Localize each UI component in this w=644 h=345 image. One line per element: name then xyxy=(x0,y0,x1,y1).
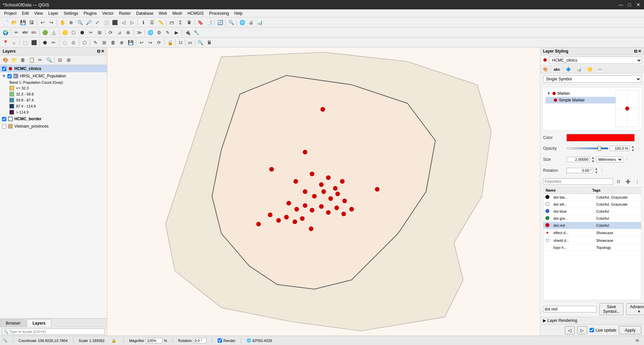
annotate5-btn[interactable]: 💾 xyxy=(126,39,135,47)
select-button[interactable]: ☰ xyxy=(148,18,156,26)
rotation-status-input[interactable] xyxy=(193,338,207,343)
size-spin-down[interactable]: ▼ xyxy=(591,159,595,163)
menu-item-hcmgis[interactable]: HCMGIS xyxy=(185,10,206,16)
sym-item-dot-green[interactable]: dot gre... Colorful xyxy=(543,215,641,222)
show-bookmarks-button[interactable]: 📑 xyxy=(205,18,213,26)
offset-btn[interactable]: ⊿ xyxy=(115,28,123,37)
styling-close-btn[interactable]: ✕ xyxy=(638,49,641,54)
field-calculator-button[interactable]: 🖩 xyxy=(185,18,193,26)
sym-item-dot-white[interactable]: dot wh... Colorful, Grayscale xyxy=(543,201,641,208)
style-tab-more[interactable]: ⋯ xyxy=(595,66,605,73)
sym-item-dot-red[interactable]: dot red Colorful xyxy=(543,222,641,229)
symbol-name-input[interactable] xyxy=(543,306,597,313)
apply-button[interactable]: Apply xyxy=(619,326,641,334)
annotate3-btn[interactable]: 🗑 xyxy=(109,39,117,47)
reports-button[interactable]: 📊 xyxy=(256,18,264,26)
abc2-btn[interactable]: abc xyxy=(30,28,38,37)
select-radius-btn[interactable]: ◌ xyxy=(61,39,69,47)
add-layer2-btn[interactable]: △ xyxy=(50,28,58,37)
map-area[interactable] xyxy=(107,48,540,336)
select-distance-btn[interactable]: ⊙ xyxy=(69,39,77,47)
sym-item-dot-black[interactable]: dot bla... Colorful, Grayscale xyxy=(543,194,641,201)
tab-browser[interactable]: Browser xyxy=(0,319,26,327)
plugin2-btn[interactable]: 🔧 xyxy=(192,28,200,37)
opacity-options-btn[interactable]: ⋮ xyxy=(636,144,641,152)
collapse-all-btn[interactable]: ⊟ xyxy=(56,56,64,64)
new-project-button[interactable]: 📄 xyxy=(1,18,9,26)
menu-item-vector[interactable]: Vector xyxy=(100,10,116,16)
menu-item-web[interactable]: Web xyxy=(156,10,169,16)
opacity-input[interactable] xyxy=(610,146,630,151)
select-freehand-btn[interactable]: ✏ xyxy=(50,39,58,47)
symbol-search-input[interactable] xyxy=(543,178,613,185)
digitize-btn[interactable]: ✏ xyxy=(12,28,20,37)
size-input[interactable] xyxy=(567,157,590,162)
geoprocessing-btn[interactable]: 🌐 xyxy=(146,28,154,37)
zoom-full-button[interactable]: ⤢ xyxy=(93,18,101,26)
plugin-btn[interactable]: 🔌 xyxy=(183,28,192,37)
menu-item-layer[interactable]: Layer xyxy=(46,10,61,16)
processing4-btn[interactable]: ▶ xyxy=(172,28,180,37)
node-tool-btn[interactable]: ⬡ xyxy=(80,39,89,47)
reshape-btn[interactable]: ⬢ xyxy=(78,28,86,37)
zoom-next-button[interactable]: ▷ xyxy=(128,18,136,26)
advanced-button[interactable]: Advanced ▾ xyxy=(626,303,644,315)
layers-collapse-btn[interactable]: ⊟ xyxy=(97,49,100,54)
deselect-btn[interactable]: ⬚ xyxy=(21,39,29,47)
menu-item-help[interactable]: Help xyxy=(232,10,246,16)
style-back-button[interactable]: ◁ xyxy=(565,326,575,334)
layer-item-hcmc-clinics[interactable]: HCMC_clinics xyxy=(0,65,107,72)
live-update-checkbox[interactable] xyxy=(590,328,594,332)
toggle-editing-btn[interactable]: ✏ xyxy=(36,56,44,64)
zoom-out-button[interactable]: 🔎 xyxy=(85,18,93,26)
copy-move-btn[interactable]: ⊕ xyxy=(124,28,132,37)
style-tab-3d[interactable]: 🔷 xyxy=(563,66,574,73)
undo-button[interactable]: ↩ xyxy=(39,18,47,26)
zoom-previous-button[interactable]: ◁ xyxy=(119,18,127,26)
select-expression-btn[interactable]: ⌕ xyxy=(10,39,18,47)
remove-layer-btn[interactable]: 🗑 xyxy=(19,56,27,64)
save-as-button[interactable]: 🖫 xyxy=(28,18,36,26)
help-highlight-btn[interactable]: 🔍 xyxy=(197,39,205,47)
menu-item-database[interactable]: Database xyxy=(133,10,156,16)
zoom-in-button[interactable]: 🔍 xyxy=(76,18,84,26)
size-options-btn[interactable]: ⋮ xyxy=(624,155,630,163)
sym-item-topo-h[interactable]: topo h... Topology xyxy=(543,245,641,251)
style-tab-abc[interactable]: abc xyxy=(551,66,563,73)
merge-btn[interactable]: ⊞ xyxy=(96,28,104,37)
open-attribute-table-btn[interactable]: 📋 xyxy=(28,56,36,64)
size-unit-select[interactable]: Millimeters xyxy=(596,156,623,162)
style-tab-mask[interactable]: 🟡 xyxy=(585,66,595,73)
field-calc2-btn[interactable]: 🖩 xyxy=(205,39,213,47)
layer-checkbox-vietnam[interactable] xyxy=(2,124,6,129)
measure-button[interactable]: 📏 xyxy=(157,18,165,26)
rotation-spin-up[interactable]: ▲ xyxy=(595,167,598,170)
render-checkbox[interactable] xyxy=(218,338,222,343)
opacity-thumb[interactable] xyxy=(598,146,601,151)
locate-btn-status[interactable]: 🔍 xyxy=(3,338,7,343)
lock-btn[interactable]: 🔒 xyxy=(166,39,174,47)
crs-item[interactable]: 🌐 EPSG:4326 xyxy=(247,338,272,343)
edit-vertices-btn[interactable]: ⬡ xyxy=(69,28,77,37)
sym-item-effect-d[interactable]: ✦ effect d... Showcase xyxy=(543,229,641,237)
minimize-button[interactable]: — xyxy=(618,2,624,8)
open-layer-styling-btn[interactable]: 🎨 xyxy=(1,56,9,64)
style-tab-paint[interactable]: 🎨 xyxy=(540,66,551,73)
split-btn[interactable]: ✂ xyxy=(87,28,95,37)
select-all-btn[interactable]: ⬛ xyxy=(30,39,38,47)
processing2-btn[interactable]: ⚙ xyxy=(155,28,163,37)
print-layout-button[interactable]: 🖨 xyxy=(247,18,255,26)
symbol-add-btn[interactable]: ➕ xyxy=(624,178,632,186)
rotation-input[interactable] xyxy=(567,168,593,173)
locate-input[interactable] xyxy=(2,329,105,335)
messages-btn[interactable]: ✉ xyxy=(633,337,641,345)
rotate-feature-btn[interactable]: ⟳ xyxy=(107,28,115,37)
menu-item-project[interactable]: Project xyxy=(1,10,19,16)
scale-lock-btn[interactable]: 🔒 xyxy=(110,337,118,345)
menu-item-plugins[interactable]: Plugins xyxy=(81,10,99,16)
sym-item-dot-blue[interactable]: dot blue Colorful xyxy=(543,208,641,215)
open-project-button[interactable]: 📂 xyxy=(10,18,18,26)
annotate4-btn[interactable]: ⊕ xyxy=(118,39,126,47)
color-options-btn[interactable]: ⋮ xyxy=(636,134,641,141)
pan-button[interactable]: ✋ xyxy=(58,18,66,26)
